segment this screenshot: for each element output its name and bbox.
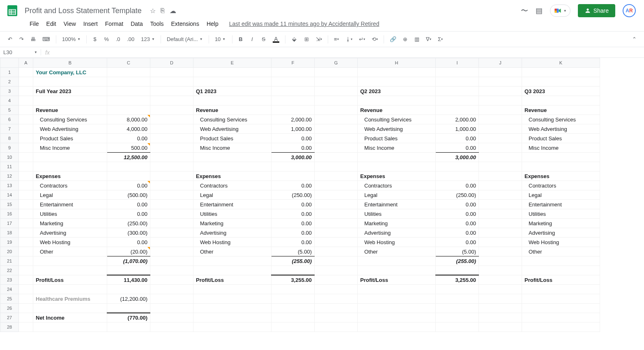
cell[interactable] [271, 294, 315, 304]
cell[interactable]: Q2 2023 [358, 87, 436, 96]
row-header[interactable]: 3 [0, 87, 19, 96]
cell[interactable] [271, 172, 315, 181]
row-header[interactable]: 6 [0, 115, 19, 124]
cell[interactable] [150, 172, 193, 181]
cell[interactable]: (5.00) [271, 247, 315, 256]
cell[interactable]: Misc Income [193, 143, 271, 153]
cell[interactable]: Utilities [33, 209, 107, 219]
row-header[interactable]: 23 [0, 275, 19, 285]
rotate-icon[interactable]: ⟲ ▾ [369, 34, 380, 45]
cell[interactable]: 2,000.00 [271, 115, 315, 124]
cell[interactable]: Revenue [358, 105, 436, 115]
menu-extensions[interactable]: Extensions [168, 19, 202, 29]
cell[interactable]: 3,000.00 [271, 153, 315, 162]
cell[interactable] [315, 115, 358, 124]
cell[interactable] [19, 87, 33, 96]
cell[interactable] [19, 238, 33, 247]
cell[interactable] [19, 143, 33, 153]
cell[interactable] [315, 266, 358, 275]
cell[interactable] [150, 96, 193, 105]
row-header[interactable]: 17 [0, 219, 19, 228]
cell[interactable] [479, 209, 522, 219]
row-header[interactable]: 19 [0, 238, 19, 247]
cell[interactable] [19, 134, 33, 143]
col-header[interactable]: D [150, 58, 193, 68]
cell[interactable] [271, 105, 315, 115]
cell[interactable] [315, 247, 358, 256]
cell[interactable] [479, 285, 522, 294]
cell[interactable] [479, 275, 522, 285]
cell[interactable] [436, 96, 479, 105]
cell[interactable] [19, 96, 33, 105]
cell[interactable]: Contractors [193, 181, 271, 190]
cell[interactable] [150, 266, 193, 275]
cell[interactable] [522, 304, 600, 313]
cell[interactable]: Entertainment [522, 200, 600, 209]
cell[interactable] [271, 87, 315, 96]
cell[interactable]: (12,200.00) [107, 294, 150, 304]
row-header[interactable]: 26 [0, 304, 19, 313]
cell[interactable] [150, 105, 193, 115]
cell[interactable]: Revenue [522, 105, 600, 115]
cell[interactable] [107, 162, 150, 172]
strike-icon[interactable]: S [259, 34, 269, 45]
cell[interactable]: Profit/Loss [522, 275, 600, 285]
cell[interactable]: Marketing [522, 219, 600, 228]
cell[interactable]: Product Sales [33, 134, 107, 143]
cell[interactable]: Revenue [33, 105, 107, 115]
cell[interactable] [358, 256, 436, 266]
cell[interactable] [150, 68, 193, 77]
formula-input[interactable] [54, 49, 644, 55]
cell[interactable]: Utilities [522, 209, 600, 219]
spreadsheet-grid[interactable]: A B C D E F G H I J K 1Your Company, LLC… [0, 58, 644, 342]
cell[interactable]: Advertising [193, 228, 271, 238]
cell[interactable] [358, 294, 436, 304]
cell[interactable] [479, 323, 522, 332]
cell[interactable] [150, 115, 193, 124]
cell[interactable] [33, 256, 107, 266]
cell[interactable] [150, 285, 193, 294]
cell[interactable] [436, 162, 479, 172]
valign-icon[interactable]: ⭳ ▾ [343, 34, 355, 45]
cell[interactable]: Consulting Services [33, 115, 107, 124]
cell[interactable]: Other [193, 247, 271, 256]
cell[interactable] [315, 105, 358, 115]
cell[interactable] [193, 77, 271, 87]
cell[interactable] [150, 256, 193, 266]
cell[interactable] [479, 256, 522, 266]
cell[interactable] [33, 96, 107, 105]
cell[interactable] [19, 181, 33, 190]
cell[interactable] [107, 266, 150, 275]
cell[interactable]: 0.00 [271, 219, 315, 228]
cell[interactable] [150, 313, 193, 323]
row-header[interactable]: 2 [0, 77, 19, 87]
undo-icon[interactable]: ↶ [5, 34, 15, 45]
cell[interactable] [315, 153, 358, 162]
menu-data[interactable]: Data [127, 19, 146, 29]
cell[interactable] [150, 228, 193, 238]
cell[interactable]: 0.00 [436, 228, 479, 238]
cell[interactable] [315, 294, 358, 304]
cell[interactable]: Other [358, 247, 436, 256]
cell[interactable]: 0.00 [436, 200, 479, 209]
cell[interactable] [107, 77, 150, 87]
cell[interactable] [150, 200, 193, 209]
cell[interactable]: Contractors [33, 181, 107, 190]
cell[interactable]: 3,000.00 [436, 153, 479, 162]
print-icon[interactable]: 🖶 [28, 34, 38, 45]
cell[interactable]: 2,000.00 [436, 115, 479, 124]
account-avatar[interactable]: AR [623, 4, 636, 17]
cell[interactable] [315, 228, 358, 238]
cell[interactable] [315, 238, 358, 247]
filter-icon[interactable]: ∇ ▾ [423, 34, 434, 45]
cell[interactable]: (770.00) [107, 313, 150, 323]
cell[interactable] [436, 313, 479, 323]
col-header[interactable]: B [33, 58, 107, 68]
cell[interactable] [436, 105, 479, 115]
cell[interactable]: Misc Income [358, 143, 436, 153]
cell[interactable]: Legal [193, 190, 271, 200]
cell[interactable] [107, 285, 150, 294]
cell[interactable] [358, 77, 436, 87]
cell[interactable]: Entertainment [193, 200, 271, 209]
cell[interactable] [107, 68, 150, 77]
